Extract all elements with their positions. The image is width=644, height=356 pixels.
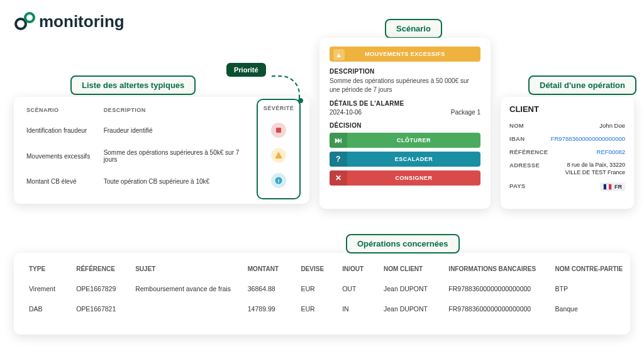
close-icon: ✕ — [330, 170, 347, 186]
app-logo: monitoring — [14, 11, 125, 31]
flag-fr-icon — [603, 184, 612, 190]
detail-card: CLIENT NOMJohn Doe IBANFR978836000000000… — [501, 97, 634, 209]
logo-mark-icon — [14, 11, 38, 31]
alarm-details-label: DÉTAILS DE L'ALARME — [330, 100, 480, 107]
alarm-date: 2024-10-06 — [330, 109, 362, 116]
svg-point-1 — [25, 13, 34, 22]
cloturer-button[interactable]: ⏭ CLÔTURER — [330, 133, 480, 148]
client-iban[interactable]: FR97883600000000000000 — [551, 135, 625, 142]
warning-icon — [271, 148, 286, 163]
consigner-button[interactable]: ✕ CONSIGNER — [330, 170, 480, 186]
detail-tag: Détail d'une opération — [528, 75, 636, 95]
client-nom: John Doe — [599, 122, 625, 129]
description-label: DESCRIPTION — [330, 68, 480, 75]
table-row: Virement OPE1667829 Remboursement avance… — [26, 279, 618, 299]
escalader-button[interactable]: ? ESCALADER — [330, 152, 480, 167]
table-row: DAB OPE1667821 14789.99 EUR IN Jean DUPO… — [26, 299, 618, 319]
col-description: DESCRIPTION — [101, 103, 255, 120]
fast-forward-icon: ⏭ — [330, 133, 347, 148]
operations-card: TYPE RÉFÉRENCE SUJET MONTANT DEVISE IN/O… — [14, 253, 630, 335]
client-section-title: CLIENT — [509, 104, 625, 114]
country-badge: FR — [600, 182, 625, 191]
scenario-card: ▲ MOUVEMENTS EXCESSIFS DESCRIPTION Somme… — [319, 38, 491, 209]
client-adresse: 8 rue de la Paix, 33220 VILLE DE TEST Fr… — [565, 162, 625, 176]
alerts-list-tag: Liste des altertes typiques — [70, 75, 196, 95]
stop-icon — [271, 123, 286, 138]
client-reference[interactable]: REF00082 — [597, 148, 625, 155]
info-icon: i — [271, 173, 286, 188]
warning-icon: ▲ — [333, 49, 345, 60]
decision-label: DÉCISION — [330, 122, 480, 129]
logo-text: monitoring — [39, 12, 125, 31]
svg-rect-2 — [276, 128, 281, 133]
operations-table: TYPE RÉFÉRENCE SUJET MONTANT DEVISE IN/O… — [26, 260, 618, 319]
alarm-banner: ▲ MOUVEMENTS EXCESSIFS — [330, 47, 480, 62]
alerts-list-card: SCÉNARIO DESCRIPTION Identification frau… — [14, 97, 309, 204]
svg-marker-3 — [275, 152, 282, 159]
col-scenario: SCÉNARIO — [24, 103, 101, 120]
priorite-connector-dot — [298, 98, 303, 103]
alarm-details-row: 2024-10-06 Package 1 — [330, 109, 480, 116]
severity-highlight-column: SÉVÉRITÉ i — [257, 99, 301, 199]
operations-tag: Opérations concernées — [346, 234, 460, 253]
col-severite: SÉVÉRITÉ — [264, 105, 294, 111]
priorite-tag: Priorité — [226, 63, 266, 77]
description-text: Somme des opérations supérieures à 50 00… — [330, 77, 480, 94]
alarm-package: Package 1 — [451, 109, 480, 116]
scenario-tag: Scénario — [385, 19, 442, 38]
svg-text:i: i — [278, 178, 279, 184]
svg-point-0 — [16, 19, 26, 29]
priorite-connector — [272, 75, 300, 104]
question-icon: ? — [330, 152, 347, 167]
